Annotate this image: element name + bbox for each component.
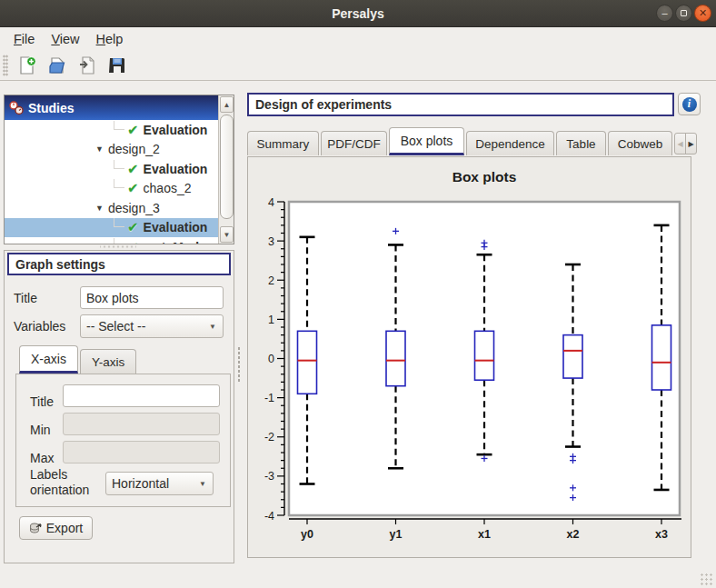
open-study-icon [47, 55, 67, 75]
open-study-button[interactable] [44, 52, 71, 79]
svg-text:0: 0 [268, 353, 274, 365]
window-resize-grip[interactable] [700, 573, 712, 585]
chevron-down-icon: ▼ [199, 480, 206, 488]
svg-text:x2: x2 [567, 528, 580, 541]
svg-text:4: 4 [268, 196, 274, 209]
check-icon: ✔ [127, 161, 139, 177]
chevron-down-icon: ▼ [209, 323, 216, 331]
svg-text:y1: y1 [390, 528, 403, 541]
studies-panel-header: Studies [5, 95, 219, 120]
scrollbar-thumb[interactable] [220, 115, 234, 219]
tree-expand-icon[interactable]: ▼ [95, 145, 104, 154]
new-study-button[interactable] [14, 52, 41, 79]
menu-view[interactable]: View [43, 30, 87, 48]
tree-branch-line [114, 218, 124, 227]
svg-text:-2: -2 [264, 431, 274, 443]
app-window: Persalys – ✕ FileViewHelp [0, 0, 716, 588]
axis-title-input[interactable] [63, 384, 220, 407]
tree-item-design_3[interactable]: ▼design_3 [5, 198, 220, 218]
check-icon: ✔ [127, 122, 139, 138]
variables-select[interactable]: -- Select -- ▼ [80, 314, 224, 338]
export-icon [29, 522, 43, 535]
svg-text:1: 1 [268, 314, 274, 326]
tab-scroll-right-icon[interactable]: ▶ [685, 133, 697, 154]
doe-header: Design of experiments [247, 93, 674, 116]
studies-icon [9, 101, 24, 115]
labels-orientation-value: Horizontal [112, 476, 169, 491]
close-button[interactable]: ✕ [694, 5, 711, 22]
maximize-button[interactable] [675, 5, 692, 22]
tree-branch-line [114, 160, 124, 169]
doe-tabbar: SummaryPDF/CDFBox plotsDependenceTableCo… [247, 125, 701, 155]
tree-item-label: design_3 [108, 201, 160, 215]
tab-box-plots[interactable]: Box plots [389, 127, 464, 155]
tree-item-label: Evaluation [144, 123, 208, 137]
export-button-label: Export [46, 521, 83, 535]
svg-text:x1: x1 [478, 528, 491, 541]
info-button[interactable]: i [678, 93, 701, 115]
scrollbar-down-icon[interactable]: ▼ [220, 226, 234, 243]
axis-title-label: Title [30, 394, 54, 409]
studies-panel-title: Studies [28, 101, 75, 115]
export-button[interactable]: Export [19, 516, 93, 540]
graph-settings-header: Graph settings [7, 253, 231, 275]
tree-item-evaluation[interactable]: ✔Evaluation [5, 218, 220, 238]
check-icon: ✔ [127, 219, 139, 235]
tree-branch-line [114, 238, 124, 244]
scrollbar-up-icon[interactable]: ▲ [220, 96, 234, 113]
tree-branch-line [114, 121, 124, 130]
tree-scrollbar[interactable]: ▲ ▼ [218, 95, 234, 244]
labels-orientation-select[interactable]: Horizontal ▼ [105, 472, 214, 495]
check-icon: ✔ [127, 180, 139, 196]
svg-text:-3: -3 [264, 470, 274, 483]
svg-text:3: 3 [268, 235, 274, 248]
import-python-icon [77, 55, 97, 75]
tab-cobweb[interactable]: Cobweb [608, 131, 672, 155]
toolbar-drag-handle[interactable] [3, 55, 8, 76]
max-input [63, 441, 220, 463]
min-label: Min [30, 423, 51, 437]
titlebar[interactable]: Persalys – ✕ [0, 0, 716, 27]
tree-item-label: Evaluation [144, 162, 208, 176]
variables-select-value: -- Select -- [86, 319, 145, 334]
tree-item-label: metaMod [144, 240, 199, 244]
maximize-icon [681, 10, 687, 16]
tree-item-design_2[interactable]: ▼design_2 [5, 140, 220, 160]
menu-help[interactable]: Help [88, 30, 132, 48]
new-study-icon [17, 55, 37, 75]
save-button[interactable] [104, 52, 131, 79]
tab-y-axis[interactable]: Y-axis [80, 349, 136, 374]
tree-item-evaluation[interactable]: ✔Evaluation [5, 120, 220, 140]
svg-text:y0: y0 [301, 528, 313, 541]
import-python-button[interactable] [74, 52, 101, 79]
svg-text:x3: x3 [655, 528, 668, 541]
chart-frame: Box plots43210-1-2-3-4y0y1x1x2x3 [247, 156, 691, 558]
svg-text:2: 2 [268, 274, 274, 287]
horizontal-splitter-handle[interactable] [100, 244, 136, 249]
window-controls: – ✕ [656, 5, 711, 22]
tree-item-chaos_2[interactable]: ✔chaos_2 [5, 179, 220, 199]
tab-table[interactable]: Table [556, 131, 606, 155]
tab-pdf-cdf[interactable]: PDF/CDF [321, 131, 387, 155]
tab-summary[interactable]: Summary [247, 131, 319, 155]
graph-settings-panel: Graph settings Title Variables -- Select… [4, 250, 234, 563]
studies-panel: Studies ✔Evaluation▼design_2✔Evaluation✔… [4, 95, 234, 244]
menu-file[interactable]: File [5, 30, 43, 48]
save-icon [107, 55, 127, 75]
tab-x-axis[interactable]: X-axis [19, 345, 78, 374]
tree-expand-icon[interactable]: ▼ [95, 204, 104, 213]
minimize-button[interactable]: – [656, 5, 673, 22]
tree-item-metamod[interactable]: ✔metaMod [5, 237, 220, 244]
vertical-splitter-handle[interactable] [237, 346, 242, 383]
min-input [63, 413, 220, 435]
axis-tabs: X-axisY-axis [19, 345, 138, 374]
graph-title-input[interactable] [80, 286, 224, 309]
tree-item-label: design_2 [108, 142, 160, 156]
svg-text:-4: -4 [264, 510, 274, 523]
tab-dependence[interactable]: Dependence [466, 131, 554, 155]
title-label: Title [14, 291, 37, 305]
boxplot-canvas: Box plots43210-1-2-3-4y0y1x1x2x3 [248, 157, 691, 557]
tree-item-evaluation[interactable]: ✔Evaluation [5, 159, 220, 179]
tree-item-label: Evaluation [144, 220, 208, 234]
tree-item-label: chaos_2 [144, 181, 192, 195]
